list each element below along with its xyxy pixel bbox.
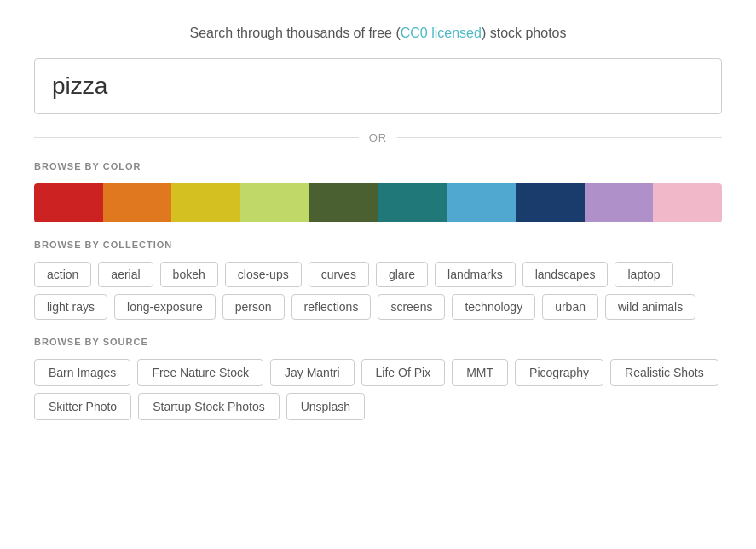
collection-tag[interactable]: curves	[309, 262, 369, 287]
source-tag[interactable]: MMT	[452, 359, 508, 386]
browse-by-source-title: BROWSE BY SOURCE	[34, 337, 722, 347]
collection-tag[interactable]: aerial	[98, 262, 153, 287]
color-swatch[interactable]	[103, 183, 172, 222]
color-swatch[interactable]	[309, 183, 378, 222]
color-swatch[interactable]	[34, 183, 103, 222]
collection-tag[interactable]: screens	[378, 294, 445, 320]
browse-by-source-section: BROWSE BY SOURCE Barn ImagesFree Nature …	[34, 337, 722, 420]
color-swatch[interactable]	[378, 183, 447, 222]
color-swatches	[34, 183, 722, 222]
source-tag[interactable]: Picography	[515, 359, 603, 386]
or-divider: OR	[34, 131, 722, 144]
source-tag[interactable]: Life Of Pix	[361, 359, 446, 386]
collection-tag[interactable]: close-ups	[225, 262, 302, 287]
search-input[interactable]	[34, 58, 722, 114]
collection-tag[interactable]: person	[222, 294, 285, 320]
source-tag[interactable]: Jay Mantri	[270, 359, 355, 386]
search-container	[34, 58, 722, 114]
collection-tag[interactable]: bokeh	[160, 262, 218, 287]
collection-tag[interactable]: long-exposure	[114, 294, 216, 320]
browse-by-color-section: BROWSE BY COLOR	[34, 161, 722, 222]
collection-tag[interactable]: laptop	[615, 262, 672, 287]
collection-tag[interactable]: reflections	[291, 294, 372, 320]
collection-tag[interactable]: landscapes	[522, 262, 609, 287]
collection-tag[interactable]: landmarks	[435, 262, 516, 287]
color-swatch[interactable]	[240, 183, 309, 222]
source-tag[interactable]: Skitter Photo	[34, 393, 131, 420]
collection-tag[interactable]: technology	[452, 294, 535, 320]
collection-tag[interactable]: urban	[542, 294, 598, 320]
browse-by-collection-title: BROWSE BY COLLECTION	[34, 240, 722, 250]
color-swatch[interactable]	[516, 183, 585, 222]
header-description: Search through thousands of free (CC0 li…	[17, 26, 739, 41]
collection-tag[interactable]: glare	[376, 262, 428, 287]
cc0-link[interactable]: CC0 licensed	[401, 26, 482, 40]
browse-by-color-title: BROWSE BY COLOR	[34, 161, 722, 171]
collection-tag[interactable]: action	[34, 262, 91, 287]
collection-tag[interactable]: light rays	[34, 294, 107, 320]
source-tag[interactable]: Unsplash	[286, 393, 365, 420]
collection-tags: actionaerialbokehclose-upscurvesglarelan…	[34, 262, 722, 320]
color-swatch[interactable]	[171, 183, 240, 222]
source-tag[interactable]: Realistic Shots	[610, 359, 718, 386]
color-swatch[interactable]	[585, 183, 654, 222]
source-tags: Barn ImagesFree Nature StockJay MantriLi…	[34, 359, 722, 420]
source-tag[interactable]: Free Nature Stock	[137, 359, 263, 386]
source-tag[interactable]: Startup Stock Photos	[138, 393, 280, 420]
browse-by-collection-section: BROWSE BY COLLECTION actionaerialbokehcl…	[34, 240, 722, 320]
color-swatch[interactable]	[447, 183, 516, 222]
color-swatch[interactable]	[653, 183, 722, 222]
collection-tag[interactable]: wild animals	[605, 294, 695, 320]
source-tag[interactable]: Barn Images	[34, 359, 130, 386]
